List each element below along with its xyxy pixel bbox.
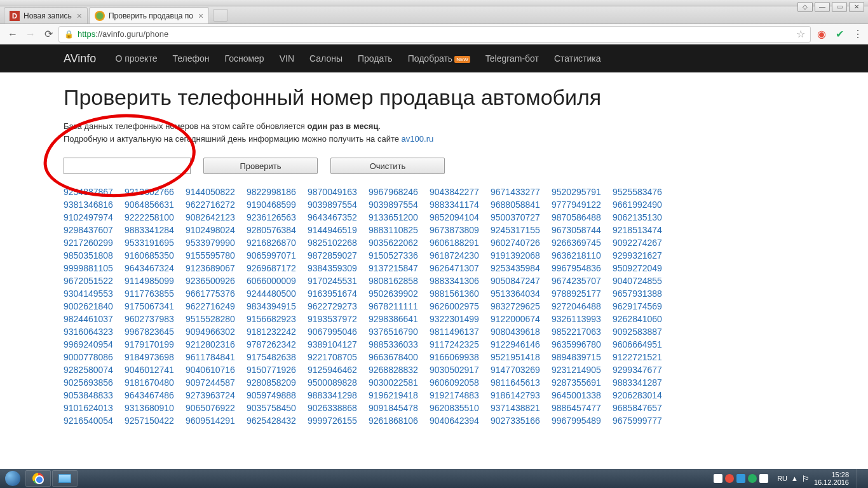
tray-icon[interactable]: [725, 474, 734, 483]
phone-link[interactable]: 9967968246: [369, 187, 430, 197]
language-indicator[interactable]: RU: [777, 475, 787, 482]
phone-link[interactable]: 9217260299: [64, 238, 125, 248]
phone-link[interactable]: 9832729625: [491, 301, 552, 311]
url-field[interactable]: 🔒 https ://avinfo.guru/phone ☆: [58, 26, 811, 43]
phone-link[interactable]: 9236500926: [186, 276, 247, 286]
phone-link[interactable]: 9094966302: [186, 327, 247, 337]
minimize-button[interactable]: —: [815, 2, 830, 12]
phone-link[interactable]: 9236126563: [247, 212, 308, 222]
phone-link[interactable]: 9253435984: [491, 263, 552, 273]
phone-link[interactable]: 9533979990: [186, 238, 247, 248]
phone-link[interactable]: 9883341306: [430, 276, 491, 286]
nav-about[interactable]: О проекте: [115, 53, 157, 64]
phone-link[interactable]: 9870049163: [308, 187, 369, 197]
phone-link[interactable]: 9244480500: [247, 288, 308, 299]
maximize-button[interactable]: ▭: [832, 2, 847, 12]
phone-link[interactable]: 9611784841: [186, 352, 247, 362]
phone-link[interactable]: 9156682923: [247, 314, 308, 324]
user-icon[interactable]: ◇: [797, 2, 813, 12]
tray-icons[interactable]: [714, 474, 768, 483]
phone-link[interactable]: 9287355691: [552, 377, 613, 388]
phone-link[interactable]: 9102498024: [186, 225, 247, 235]
phone-link[interactable]: 9137215847: [369, 263, 430, 273]
nav-sell[interactable]: Продать: [358, 53, 393, 64]
phone-link[interactable]: 9883110825: [369, 225, 430, 235]
phone-link[interactable]: 9521951418: [491, 352, 552, 362]
phone-link[interactable]: 9674235707: [552, 276, 613, 286]
phone-link[interactable]: 9661775376: [186, 288, 247, 299]
phone-link[interactable]: 9122946146: [491, 339, 552, 349]
phone-link[interactable]: 9834394915: [247, 301, 308, 311]
phone-link[interactable]: 9313680910: [125, 403, 186, 413]
nav-gosnomer[interactable]: Госномер: [225, 53, 264, 64]
clock[interactable]: 15:28 16.12.2016: [814, 471, 849, 486]
phone-link[interactable]: 9122721521: [613, 352, 674, 362]
phone-link[interactable]: 9065076922: [186, 403, 247, 413]
phone-link[interactable]: 9065997071: [247, 250, 308, 261]
phone-link[interactable]: 9190468599: [247, 200, 308, 210]
phone-link[interactable]: 9808162858: [369, 276, 430, 286]
phone-link[interactable]: 9059749888: [247, 390, 308, 400]
phone-link[interactable]: 9064856631: [125, 200, 186, 210]
phone-link[interactable]: 9299321627: [613, 250, 674, 261]
phone-link[interactable]: 9298386641: [369, 314, 430, 324]
phone-link[interactable]: 9245317155: [491, 225, 552, 235]
phone-link[interactable]: 9192174883: [430, 390, 491, 400]
phone-link[interactable]: 9663678400: [369, 352, 430, 362]
phone-link[interactable]: 9626002975: [430, 301, 491, 311]
phone-link[interactable]: 9035758450: [247, 403, 308, 413]
phone-link[interactable]: 9326113993: [552, 314, 613, 324]
phone-link[interactable]: 9626471307: [430, 263, 491, 273]
phone-link[interactable]: 9196219418: [369, 390, 430, 400]
new-tab-button[interactable]: [213, 9, 228, 22]
phone-link[interactable]: 9067995046: [308, 327, 369, 337]
phone-link[interactable]: 9500089828: [308, 377, 369, 388]
phone-link[interactable]: 9181670480: [125, 377, 186, 388]
phone-link[interactable]: 9525583476: [613, 187, 674, 197]
phone-link[interactable]: 9389104127: [308, 339, 369, 349]
phone-link[interactable]: 9273963724: [186, 390, 247, 400]
phone-link[interactable]: 9216826870: [247, 238, 308, 248]
phone-link[interactable]: 9685847657: [613, 403, 674, 413]
phone-link[interactable]: 9043842277: [430, 187, 491, 197]
phone-link[interactable]: 9000778086: [64, 352, 125, 362]
phone-link[interactable]: 9636218110: [552, 250, 613, 261]
phone-link[interactable]: 9643467486: [125, 390, 186, 400]
phone-link[interactable]: 9092274267: [613, 238, 674, 248]
phone-link[interactable]: 9777949122: [552, 200, 613, 210]
close-button[interactable]: ✕: [849, 2, 864, 12]
phone-link[interactable]: 9125946462: [308, 365, 369, 375]
tray-arrow-icon[interactable]: ▲: [791, 475, 798, 482]
phone-link[interactable]: 9117242325: [430, 339, 491, 349]
phone-link[interactable]: 9102497974: [64, 212, 125, 222]
phone-link[interactable]: 9193537972: [308, 314, 369, 324]
reload-button[interactable]: ⟳: [41, 27, 56, 42]
phone-link[interactable]: 9513364034: [491, 288, 552, 299]
phone-link[interactable]: 9266369745: [552, 238, 613, 248]
phone-link[interactable]: 9609514291: [186, 416, 247, 426]
phone-link[interactable]: 9629174569: [613, 301, 674, 311]
check-button[interactable]: Проверить: [203, 158, 318, 174]
phone-link[interactable]: 9163951674: [308, 288, 369, 299]
chrome-menu-icon[interactable]: ⋮: [851, 29, 863, 40]
phone-link[interactable]: 9967954836: [552, 263, 613, 273]
start-button[interactable]: [1, 470, 24, 487]
phone-link[interactable]: 9635996780: [552, 339, 613, 349]
phone-link[interactable]: 9384359309: [308, 263, 369, 273]
phone-link[interactable]: 9622729273: [308, 301, 369, 311]
tray-icon[interactable]: [748, 474, 757, 483]
phone-link[interactable]: 9155595780: [186, 250, 247, 261]
nav-vin[interactable]: VIN: [280, 53, 294, 64]
site-logo[interactable]: AVinfo: [64, 52, 96, 65]
phone-link[interactable]: 9822998186: [247, 187, 308, 197]
phone-link[interactable]: 9150527336: [369, 250, 430, 261]
phone-link[interactable]: 9268828832: [369, 365, 430, 375]
extension-icon[interactable]: ◉: [816, 29, 827, 40]
desc-link[interactable]: av100.ru: [402, 134, 434, 144]
phone-link[interactable]: 9280858209: [247, 377, 308, 388]
phone-link[interactable]: 9269687172: [247, 263, 308, 273]
phone-link[interactable]: 9500370727: [491, 212, 552, 222]
tab-1[interactable]: D Новая запись ×: [4, 7, 88, 24]
phone-link[interactable]: 9039897554: [308, 200, 369, 210]
phone-link[interactable]: 9371438821: [491, 403, 552, 413]
